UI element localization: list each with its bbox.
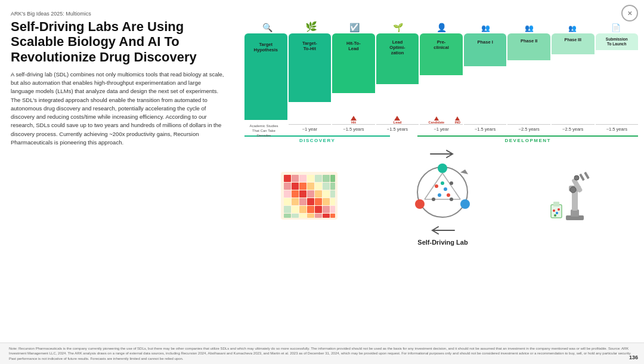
icon-preclinical: 👤 <box>420 23 463 32</box>
svg-rect-23 <box>292 198 299 205</box>
svg-rect-1 <box>284 175 291 182</box>
svg-rect-66 <box>553 202 559 206</box>
icon-phase1: 👥 <box>464 24 507 32</box>
duration-preclinical: ~1 year <box>420 124 463 132</box>
svg-rect-8 <box>284 183 291 190</box>
svg-rect-9 <box>292 183 299 190</box>
academic-note: Academic StudiesThat Can TakeDecades <box>244 124 283 138</box>
bar-phase1: Phase I <box>464 33 507 123</box>
svg-point-53 <box>435 184 438 188</box>
svg-rect-4 <box>307 175 314 182</box>
svg-rect-35 <box>330 206 335 213</box>
svg-rect-38 <box>299 214 306 218</box>
bar-label-preclinical: Pre-clinical <box>420 37 463 53</box>
duration-lead-optimization: ~1.5 years <box>376 124 419 132</box>
bar-label-lead-optimization: LeadOptimi-zation <box>376 37 419 58</box>
icon-target-hypothesis: 🔍 <box>246 23 289 32</box>
bar-preclinical: Pre-clinical Candidate IND <box>420 33 463 123</box>
left-panel: ARK's Big Ideas 2025: Multiomics Self-Dr… <box>0 0 239 364</box>
body-text: A self-driving lab (SDL) combines not on… <box>11 70 225 147</box>
bar-target-to-hit: Target-To-Hit <box>289 33 332 123</box>
svg-rect-25 <box>307 198 314 205</box>
bar-hit-to-lead: Hit-To-Lead Hit <box>332 33 375 123</box>
heatmap-diagram <box>281 172 338 222</box>
bar-target-hypothesis: TargetHypothesis <box>244 33 287 123</box>
svg-point-52 <box>432 198 435 201</box>
svg-rect-41 <box>323 214 330 218</box>
subtitle: ARK's Big Ideas 2025: Multiomics <box>11 11 225 17</box>
svg-rect-12 <box>315 183 322 190</box>
bar-label-phase3: Phase III <box>552 35 595 45</box>
svg-point-70 <box>558 208 560 211</box>
svg-rect-16 <box>292 190 299 198</box>
bar-lead-optimization: LeadOptimi-zation Lead <box>376 33 419 123</box>
sdl-label: Self-Driving Lab <box>417 239 467 246</box>
svg-rect-40 <box>315 214 322 218</box>
bars-container: TargetHypothesis Target-To-Hit Hit-To-Le… <box>244 33 638 123</box>
duration-target-to-hit: ~1 year <box>289 124 332 132</box>
svg-rect-11 <box>307 183 314 190</box>
svg-point-50 <box>450 181 453 185</box>
bottom-section: Self-Driving Lab <box>244 149 638 245</box>
svg-rect-29 <box>284 206 291 213</box>
svg-rect-42 <box>330 214 335 218</box>
svg-point-72 <box>574 175 579 180</box>
svg-point-69 <box>554 214 556 217</box>
svg-point-55 <box>441 181 444 185</box>
svg-rect-20 <box>323 190 330 198</box>
icon-lead-optimization: 🌱 <box>376 23 420 32</box>
phase-labels: DISCOVERY DEVELOPMENT <box>244 135 638 143</box>
svg-rect-63 <box>579 174 584 181</box>
icon-hit-to-lead: ☑️ <box>333 23 376 32</box>
svg-rect-19 <box>315 190 322 198</box>
svg-rect-17 <box>299 190 306 198</box>
duration-phase3: ~2.5 years <box>552 124 595 132</box>
ark-logo: ✕ <box>621 5 638 21</box>
svg-rect-6 <box>323 175 330 182</box>
icon-phase3: 👥 <box>551 24 595 32</box>
svg-point-45 <box>460 199 470 209</box>
svg-rect-5 <box>315 175 322 182</box>
bottom-center: Self-Driving Lab <box>410 148 475 246</box>
svg-rect-36 <box>284 214 291 218</box>
svg-rect-7 <box>330 175 335 182</box>
svg-point-56 <box>447 193 450 197</box>
svg-rect-64 <box>584 172 589 179</box>
svg-rect-34 <box>323 206 330 213</box>
svg-point-44 <box>438 164 447 173</box>
duration-row: - ~1 year ~1.5 years ~1.5 years ~1 year … <box>244 124 638 132</box>
svg-rect-32 <box>307 206 314 213</box>
bar-phase3: Phase III <box>552 33 595 123</box>
main-title: Self-Driving Labs Are Using Scalable Bio… <box>11 19 225 64</box>
footer: Note: Recursion Pharmaceuticals is the c… <box>0 343 644 364</box>
svg-rect-2 <box>292 175 299 182</box>
bar-label-phase2: Phase II <box>507 36 550 46</box>
icon-submission: 📄 <box>595 23 638 32</box>
svg-point-71 <box>570 187 576 193</box>
robot-diagram <box>548 169 602 225</box>
bar-label-target-to-hit: Target-To-Hit <box>289 38 332 54</box>
footer-text: Note: Recursion Pharmaceuticals is the c… <box>9 347 631 360</box>
svg-rect-39 <box>307 214 314 218</box>
svg-rect-22 <box>284 198 291 205</box>
svg-rect-31 <box>299 206 306 213</box>
duration-submission: ~1.5 years <box>596 124 639 132</box>
svg-rect-30 <box>292 206 299 213</box>
right-panel: 🔍 🌿 ☑️ 🌱 👤 👥 👥 👥 📄 TargetHypothesis Targ… <box>239 0 644 364</box>
bar-label-submission: SubmissionTo Launch <box>596 35 639 49</box>
bar-submission: SubmissionTo Launch <box>596 33 639 123</box>
svg-rect-65 <box>551 205 562 218</box>
svg-point-54 <box>444 187 447 191</box>
duration-phase2: ~2.5 years <box>507 124 550 132</box>
icon-phase2: 👥 <box>507 24 551 32</box>
bar-phase2: Phase II <box>507 33 550 123</box>
page-number: 136 <box>629 354 638 360</box>
pipeline-chart: 🔍 🌿 ☑️ 🌱 👤 👥 👥 👥 📄 TargetHypothesis Targ… <box>244 6 638 143</box>
svg-rect-24 <box>299 198 306 205</box>
svg-rect-37 <box>292 214 299 218</box>
bar-label-hit-to-lead: Hit-To-Lead <box>332 38 375 54</box>
svg-point-57 <box>438 193 441 197</box>
icons-row: 🔍 🌿 ☑️ 🌱 👤 👥 👥 👥 📄 <box>244 6 638 32</box>
svg-point-46 <box>415 199 425 209</box>
svg-rect-21 <box>330 190 335 198</box>
